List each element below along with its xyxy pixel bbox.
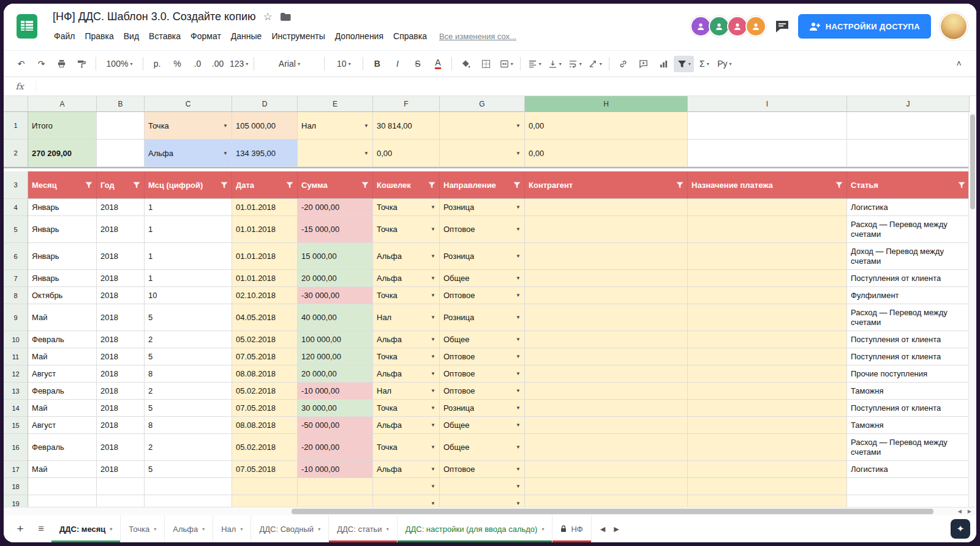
share-button[interactable]: НАСТРОЙКИ ДОСТУПА	[798, 14, 931, 39]
column-title-1[interactable]: Месяц	[28, 171, 97, 199]
increase-decimal-icon[interactable]: .00	[208, 56, 228, 72]
sheet-tab-8[interactable]: НФ	[552, 515, 591, 542]
cell-H17[interactable]	[525, 461, 688, 478]
cell-B7[interactable]: 2018	[97, 270, 145, 287]
cell-G12[interactable]: Оптовое▼	[440, 365, 525, 383]
cell-G10[interactable]: Общее▼	[440, 331, 525, 348]
vertical-align-icon[interactable]: ▾	[545, 56, 565, 72]
cell-A7[interactable]: Январь	[28, 270, 97, 287]
cell-A5[interactable]: Январь	[28, 216, 97, 243]
cell-J16[interactable]: Расход — Перевод между счетами	[847, 434, 970, 461]
tab-menu-icon[interactable]: ▾	[541, 526, 544, 532]
cell-C5[interactable]: 1	[145, 216, 232, 243]
cell-F8[interactable]: Точка▼	[373, 287, 440, 304]
cell-I7[interactable]	[688, 270, 847, 287]
cell-H4[interactable]	[525, 199, 688, 216]
cell-E1[interactable]: Нал▼	[298, 112, 373, 140]
cell-B4[interactable]: 2018	[97, 199, 145, 216]
sheets-logo-icon[interactable]	[13, 13, 40, 40]
scroll-left-icon[interactable]: ◀	[958, 509, 962, 514]
column-title-4[interactable]: Дата	[232, 171, 298, 199]
cell-B15[interactable]: 2018	[97, 417, 145, 434]
cell-B18[interactable]	[97, 478, 145, 495]
tab-menu-icon[interactable]: ▾	[240, 526, 243, 532]
cell-I11[interactable]	[688, 348, 847, 365]
cell-A4[interactable]: Январь	[28, 199, 97, 216]
horizontal-scrollbar[interactable]: ◀ ▶	[4, 507, 976, 515]
input-method-select[interactable]: Ру▾	[714, 56, 734, 72]
tab-menu-icon[interactable]: ▾	[154, 526, 156, 532]
formula-input[interactable]	[36, 77, 976, 95]
cell-dropdown-icon[interactable]: ▼	[513, 204, 521, 210]
cell-F12[interactable]: Альфа▼	[373, 365, 440, 383]
cell-A9[interactable]: Май	[28, 304, 97, 331]
cell-I4[interactable]	[688, 199, 847, 216]
cell-G6[interactable]: Розница▼	[440, 243, 525, 270]
cell-B13[interactable]: 2018	[97, 383, 145, 400]
insert-link-icon[interactable]	[613, 56, 633, 72]
cell-C17[interactable]: 5	[145, 461, 232, 478]
column-filter-icon[interactable]	[426, 182, 435, 189]
cell-G17[interactable]: Оптовое▼	[440, 461, 525, 478]
column-header-I[interactable]: I	[688, 96, 847, 112]
cell-dropdown-icon[interactable]: ▼	[428, 275, 435, 281]
row-header-6[interactable]: 6	[4, 243, 28, 270]
column-header-C[interactable]: C	[145, 96, 232, 112]
cell-dropdown-icon[interactable]: ▼	[221, 123, 228, 129]
zoom-select[interactable]: 100%▾	[100, 56, 139, 72]
cell-D13[interactable]: 05.02.2018	[232, 383, 298, 400]
cell-H18[interactable]	[525, 478, 688, 495]
cell-J4[interactable]: Логистика	[847, 199, 970, 216]
cell-I9[interactable]	[688, 304, 847, 331]
borders-icon[interactable]	[476, 56, 496, 72]
sheet-tab-6[interactable]: ДДС: статьи▾	[329, 515, 397, 542]
cell-H1[interactable]: 0,00	[525, 112, 688, 140]
cell-I10[interactable]	[688, 331, 847, 348]
column-filter-icon[interactable]	[218, 182, 228, 189]
cell-dropdown-icon[interactable]: ▼	[428, 444, 435, 450]
row-header-19[interactable]: 19	[4, 495, 28, 507]
sheet-tab-3[interactable]: Альфа▾	[165, 515, 213, 542]
cell-A16[interactable]: Февраль	[28, 434, 97, 461]
cell-I16[interactable]	[688, 434, 847, 461]
cell-F9[interactable]: Нал▼	[373, 304, 440, 331]
row-header-14[interactable]: 14	[4, 400, 28, 417]
cell-H14[interactable]	[525, 400, 688, 417]
cell-G11[interactable]: Оптовое▼	[440, 348, 525, 365]
cell-dropdown-icon[interactable]: ▼	[513, 422, 521, 428]
cell-J6[interactable]: Доход — Перевод между счетами	[847, 243, 970, 270]
cell-E5[interactable]: -15 000,00	[298, 216, 373, 243]
cell-F14[interactable]: Точка▼	[373, 400, 440, 417]
cell-G8[interactable]: Оптовое▼	[440, 287, 525, 304]
cell-G18[interactable]: ▼	[440, 478, 525, 495]
cell-F13[interactable]: Нал▼	[373, 383, 440, 400]
column-header-E[interactable]: E	[298, 96, 373, 112]
cell-E11[interactable]: 120 000,00	[298, 348, 373, 365]
cell-H6[interactable]	[525, 243, 688, 270]
column-header-B[interactable]: B	[97, 96, 145, 112]
cell-C4[interactable]: 1	[145, 199, 232, 216]
cell-C13[interactable]: 2	[145, 383, 232, 400]
cell-dropdown-icon[interactable]: ▼	[428, 204, 435, 210]
cell-I14[interactable]	[688, 400, 847, 417]
cell-C10[interactable]: 2	[145, 331, 232, 348]
cell-G5[interactable]: Оптовое▼	[440, 216, 525, 243]
menu-item-8[interactable]: Дополнения	[330, 29, 388, 43]
row-header-11[interactable]: 11	[4, 348, 28, 365]
collaborator-avatar-2[interactable]	[709, 16, 729, 37]
column-filter-icon[interactable]	[833, 182, 843, 189]
font-size-select[interactable]: 10▾	[328, 56, 359, 72]
cell-G2[interactable]: ▼	[440, 140, 525, 167]
font-select[interactable]: Arial▾	[258, 56, 320, 72]
cell-F10[interactable]: Альфа▼	[373, 331, 440, 348]
cell-H9[interactable]	[525, 304, 688, 331]
column-title-2[interactable]: Год	[97, 171, 145, 199]
cell-dropdown-icon[interactable]: ▼	[361, 123, 369, 129]
cell-A13[interactable]: Февраль	[28, 383, 97, 400]
column-filter-icon[interactable]	[511, 182, 521, 189]
cell-dropdown-icon[interactable]: ▼	[513, 484, 521, 489]
cell-dropdown-icon[interactable]: ▼	[513, 337, 521, 342]
cell-dropdown-icon[interactable]: ▼	[428, 501, 435, 506]
cell-B16[interactable]: 2018	[97, 434, 145, 461]
cell-D7[interactable]: 01.01.2018	[232, 270, 298, 287]
